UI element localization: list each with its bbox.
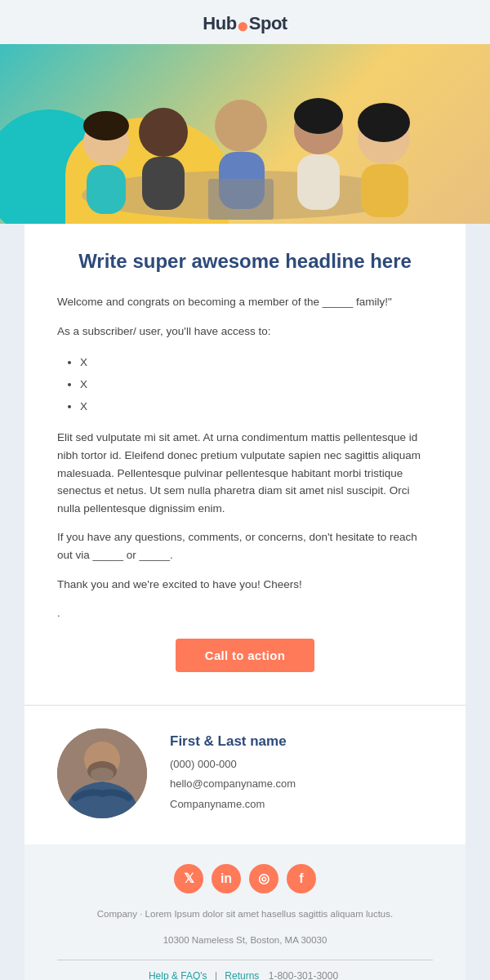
- page-wrapper: Hub●Spot: [0, 0, 490, 980]
- svg-point-14: [294, 98, 343, 134]
- svg-point-15: [358, 103, 410, 142]
- cta-button[interactable]: Call to action: [176, 639, 314, 672]
- sig-email: hello@companyname.com: [170, 776, 296, 793]
- list-item: X: [80, 351, 433, 373]
- hero-image: [0, 44, 490, 224]
- subscriber-text: As a subscriber/ user, you'll have acces…: [57, 323, 433, 341]
- closing-text: Thank you and we're excited to have you!…: [57, 576, 433, 594]
- sig-website: Companyname.com: [170, 796, 296, 813]
- avatar-svg: [57, 728, 147, 818]
- feature-list: X X X: [80, 351, 433, 417]
- linkedin-icon[interactable]: in: [212, 864, 241, 893]
- svg-rect-12: [361, 164, 408, 217]
- email-header: Hub●Spot: [0, 0, 490, 44]
- hero-svg: [0, 44, 490, 224]
- svg-point-19: [91, 768, 114, 781]
- cta-section: Call to action: [57, 639, 433, 672]
- instagram-icon[interactable]: ◎: [249, 864, 278, 893]
- svg-rect-5: [142, 157, 185, 210]
- signature-section: First & Last name (000) 000-000 hello@co…: [24, 706, 466, 844]
- svg-rect-3: [87, 165, 126, 214]
- sig-phone: (000) 000-000: [170, 756, 296, 773]
- link-separator: |: [215, 970, 217, 981]
- footer-divider: [57, 960, 433, 960]
- main-content-card: Write super awesome headline here Welcom…: [24, 224, 466, 705]
- phone-text: 1-800-301-3000: [269, 970, 338, 981]
- help-faq-link[interactable]: Help & FAQ's: [149, 970, 207, 981]
- intro-text: Welcome and congrats on becoming a membe…: [57, 293, 433, 311]
- svg-rect-10: [297, 154, 340, 210]
- footer-links: Help & FAQ's | Returns 1-800-301-3000: [57, 970, 433, 981]
- list-item: X: [80, 395, 433, 417]
- dot-text: .: [57, 604, 433, 622]
- social-icons-group: 𝕏 in ◎ f: [57, 864, 433, 893]
- body-paragraph: Elit sed vulputate mi sit amet. At urna …: [57, 429, 433, 517]
- email-footer: 𝕏 in ◎ f Company · Lorem Ipsum dolor sit…: [24, 844, 466, 980]
- sig-name: First & Last name: [170, 733, 296, 750]
- email-headline: Write super awesome headline here: [57, 248, 433, 274]
- footer-address-line2: 10300 Nameless St, Boston, MA 30030: [57, 933, 433, 947]
- signature-info: First & Last name (000) 000-000 hello@co…: [170, 733, 296, 813]
- questions-text: If you have any questions, comments, or …: [57, 528, 433, 564]
- svg-point-6: [215, 100, 267, 152]
- logo-dot: ●: [237, 13, 249, 38]
- hubspot-logo: Hub●Spot: [0, 13, 490, 34]
- twitter-icon[interactable]: 𝕏: [174, 864, 203, 893]
- facebook-icon[interactable]: f: [287, 864, 316, 893]
- avatar: [57, 728, 147, 818]
- svg-point-4: [139, 108, 188, 157]
- svg-rect-8: [208, 179, 274, 220]
- list-item: X: [80, 373, 433, 395]
- footer-address-line1: Company · Lorem Ipsum dolor sit amet has…: [57, 906, 433, 921]
- returns-link[interactable]: Returns: [225, 970, 259, 981]
- svg-point-13: [83, 111, 129, 140]
